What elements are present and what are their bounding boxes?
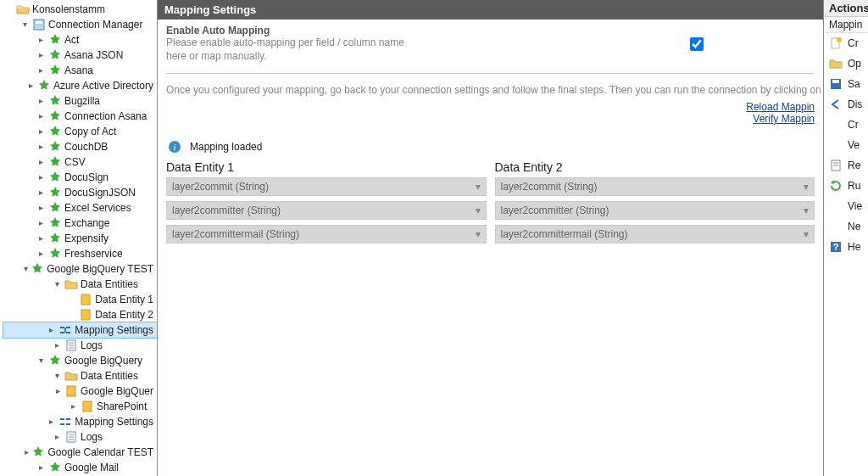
tree-connection-manager[interactable]: ▾ Connection Manager [3, 17, 157, 32]
nav-tree: Konsolenstamm ▾ Connection Manager ▸Act▸… [0, 0, 157, 476]
tree-item[interactable]: ▸CSV [3, 154, 157, 170]
tree-item-dataentities2[interactable]: ▾ Data Entities [3, 368, 157, 384]
action-item[interactable]: Ne [824, 216, 868, 237]
mapping-dropdown[interactable]: layer2commit (String)▾ [166, 177, 487, 196]
action-item[interactable]: Sa [824, 74, 868, 94]
tree-item-caltest[interactable]: ▸ Google Calendar TEST [3, 445, 157, 460]
tree-item[interactable]: ▸Azure Active Directory [3, 78, 157, 93]
chevron-down-icon: ▾ [476, 228, 481, 240]
tree-item[interactable]: ▸Copy of Act [3, 124, 157, 139]
tree-label: Expensify [64, 232, 108, 244]
tree-root[interactable]: Konsolenstamm [3, 2, 157, 17]
expander-right-icon[interactable]: ▸ [36, 142, 46, 152]
tree-item[interactable]: ▸Bugzilla [3, 93, 157, 109]
action-item[interactable]: Op [824, 53, 868, 74]
mapping-value: layer2committermail (String) [172, 228, 299, 240]
svg-rect-0 [34, 20, 44, 30]
expander-right-icon[interactable]: ▸ [36, 203, 46, 213]
tree-item[interactable]: ▸Freshservice [3, 246, 157, 261]
expander-right-icon[interactable]: ▸ [36, 96, 46, 106]
connection-icon [31, 262, 44, 276]
entity-icon [81, 400, 94, 413]
tree-item-mapping-settings2[interactable]: ▸ Mapping Settings [3, 414, 157, 429]
expander-right-icon[interactable]: ▸ [36, 462, 46, 473]
mapping-dropdown[interactable]: layer2committermail (String)▾ [166, 225, 487, 244]
expander-right-icon[interactable]: ▸ [36, 35, 46, 45]
tree-item-bq-sub1[interactable]: ▸ Google BigQuer [3, 384, 157, 399]
mapping-dropdown[interactable]: layer2commit (String)▾ [495, 177, 815, 196]
action-icon [829, 159, 843, 172]
tree-item[interactable]: ▸DocuSignJSON [3, 185, 157, 200]
expander-down-icon[interactable]: ▾ [52, 371, 62, 381]
tree-item-logs[interactable]: ▸ Logs [3, 338, 157, 353]
expander-right-icon[interactable]: ▸ [28, 81, 35, 91]
main-pane: Mapping Settings Enable Auto Mapping Ple… [157, 0, 824, 476]
tree-item-gmail[interactable]: ▸ Google Mail [3, 460, 157, 475]
tree-label: DocuSignJSON [64, 187, 136, 199]
tree-item[interactable]: ▸Connection Asana [3, 109, 157, 124]
tree-item[interactable]: ▸Act [3, 32, 157, 48]
reload-mapping-link[interactable]: Reload Mappin [166, 101, 815, 113]
tree-item-entity2[interactable]: Data Entity 2 [3, 307, 157, 322]
action-item[interactable]: Re [824, 155, 868, 176]
folder-db-icon [64, 369, 78, 383]
expander-right-icon[interactable]: ▸ [36, 126, 46, 137]
tree-item-entity1[interactable]: Data Entity 1 [3, 292, 157, 307]
tree-item-bqtest[interactable]: ▾ Google BigQuery TEST [3, 261, 157, 277]
tree-item[interactable]: ▸DocuSign [3, 170, 157, 185]
expander-right-icon[interactable]: ▸ [36, 157, 46, 167]
action-item[interactable]: Vie [824, 196, 868, 216]
expander-right-icon[interactable]: ▸ [36, 218, 46, 228]
tree-item[interactable]: ▸Excel Services [3, 200, 157, 216]
tree-item[interactable]: ▸Expensify [3, 231, 157, 246]
expander-right-icon[interactable]: ▸ [36, 172, 46, 182]
action-item[interactable]: ?He [824, 237, 868, 257]
svg-rect-2 [81, 294, 90, 305]
expander-right-icon[interactable]: ▸ [52, 432, 62, 442]
expander-down-icon[interactable]: ▾ [52, 279, 62, 289]
automap-checkbox[interactable] [690, 37, 704, 51]
action-item[interactable]: Ve [824, 135, 868, 155]
mapping-dropdown[interactable]: layer2committermail (String)▾ [495, 225, 815, 244]
actions-heading[interactable]: Mappin [824, 17, 868, 33]
expander-right-icon[interactable]: ▸ [36, 50, 46, 60]
expander-right-icon[interactable]: ▸ [36, 65, 46, 76]
expander-right-icon[interactable]: ▸ [52, 340, 62, 350]
tree-label: Copy of Act [64, 126, 116, 137]
expander-down-icon[interactable]: ▾ [36, 356, 46, 366]
expander-right-icon[interactable]: ▸ [47, 325, 57, 335]
action-item[interactable]: Cr [824, 33, 868, 53]
expander-right-icon[interactable]: ▸ [36, 188, 46, 198]
tree-item-mapping-settings[interactable]: ▸ Mapping Settings [3, 322, 157, 338]
tree-item[interactable]: ▸Asana JSON [3, 48, 157, 63]
tree-item-bq-sub2[interactable]: ▸ SharePoint [3, 399, 157, 414]
tree-item-bigquery[interactable]: ▾ Google BigQuery [3, 353, 157, 368]
action-item[interactable]: Dis [824, 94, 868, 115]
tree-label: Asana [64, 64, 93, 76]
mapping-dropdown[interactable]: layer2committer (String)▾ [495, 201, 815, 220]
tree-label: Google BigQuer [81, 385, 153, 397]
expander-right-icon[interactable]: ▸ [36, 249, 46, 259]
expander-right-icon[interactable]: ▸ [68, 401, 78, 412]
action-item[interactable]: Cr [824, 115, 868, 135]
verify-mapping-link[interactable]: Verify Mappin [166, 113, 815, 125]
action-icon [829, 199, 843, 213]
expander-right-icon[interactable]: ▸ [36, 233, 46, 244]
expander-right-icon[interactable]: ▸ [36, 111, 46, 121]
tree-item-dataentities[interactable]: ▾ Data Entities [3, 277, 157, 292]
tree-item[interactable]: ▸Asana [3, 63, 157, 78]
expander-down-icon[interactable]: ▾ [23, 264, 28, 274]
connection-icon [48, 140, 62, 154]
expander-down-icon[interactable]: ▾ [19, 20, 30, 30]
expander-right-icon[interactable]: ▸ [54, 386, 62, 396]
tree-item[interactable]: ▸Exchange [3, 216, 157, 231]
expander-right-icon[interactable]: ▸ [24, 447, 30, 457]
tree-item[interactable]: ▸CouchDB [3, 139, 157, 154]
mapping-dropdown[interactable]: layer2committer (String)▾ [166, 201, 487, 220]
action-icon [829, 98, 843, 111]
expander-right-icon[interactable]: ▸ [47, 417, 57, 427]
mapping-value: layer2commit (String) [172, 181, 269, 193]
tree-item-logs2[interactable]: ▸ Logs [3, 429, 157, 445]
action-item[interactable]: Ru [824, 176, 868, 196]
svg-rect-6 [83, 401, 92, 412]
